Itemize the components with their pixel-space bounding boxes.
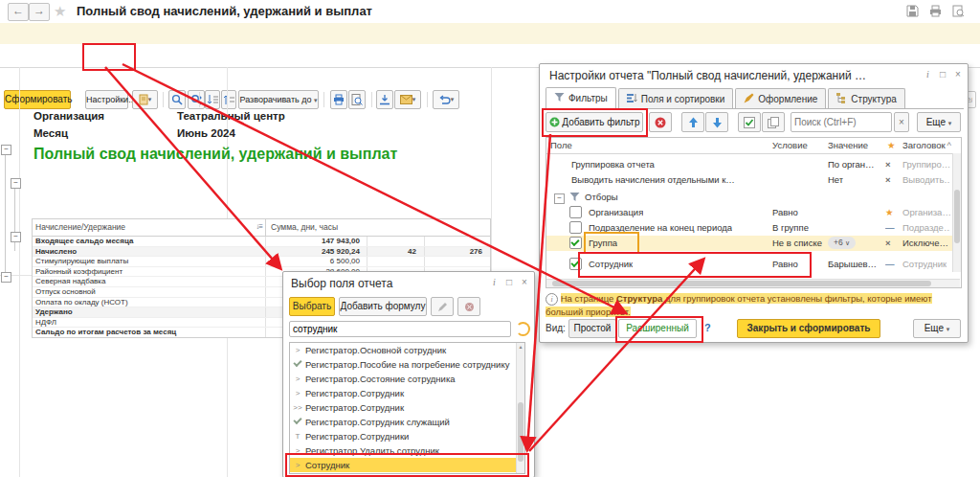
tab-appearance[interactable]: Оформление xyxy=(735,88,826,108)
delete-icon xyxy=(655,117,666,128)
more-menu-icon[interactable]: i xyxy=(493,277,496,287)
filter-group-row[interactable]: −Отборы xyxy=(546,190,952,205)
x-flag-icon[interactable]: × xyxy=(885,238,891,248)
loading-spinner-icon xyxy=(516,322,530,336)
group-expander-icon[interactable]: − xyxy=(11,232,21,242)
report-cell: Входящее сальдо месяца xyxy=(33,237,266,246)
settings-filter-row[interactable]: СотрудникРавноБарышев…—Сотрудник xyxy=(546,257,952,272)
clear-button[interactable] xyxy=(457,297,480,316)
settings-tabs: ФильтрыПоля и сортировкиОформлениеСтрукт… xyxy=(546,87,964,109)
field-search-input[interactable] xyxy=(289,321,511,337)
more-menu-icon[interactable]: i xyxy=(926,69,929,80)
close-icon[interactable]: × xyxy=(522,277,527,287)
print-icon[interactable] xyxy=(929,5,942,17)
collapse-expander-icon[interactable]: − xyxy=(554,192,565,204)
settings-filter-row[interactable]: Выводить начисления отдельными к…Нет×Выв… xyxy=(546,172,952,188)
report-table-header: Начисление/Удержание↓≡ Сумма, дни, часы xyxy=(33,219,490,237)
edit-button[interactable] xyxy=(431,297,454,316)
clear-search-icon[interactable]: × xyxy=(894,112,909,132)
field-item-label: Регистратор.Удалить сотрудник xyxy=(305,445,439,456)
checkmark-icon xyxy=(290,418,305,426)
dash-flag-icon[interactable]: — xyxy=(885,222,895,233)
filters-table-header: Поле Условие Значение ★ Заголовок ^ xyxy=(546,138,961,154)
filter-field-label: Группировка отчета xyxy=(571,159,655,170)
report-row[interactable]: Стимулирующие выплаты6 500,00 xyxy=(33,257,490,267)
expand-icon: T xyxy=(290,432,305,441)
tab-fields-sort[interactable]: Поля и сортировки xyxy=(618,88,734,108)
add-filter-button[interactable]: Добавить фильтр xyxy=(546,112,643,132)
field-list-item[interactable]: Регистратор.Сотрудник служащий xyxy=(290,415,524,429)
filter-search-box: × xyxy=(791,112,909,132)
report-row[interactable]: Входящее сальдо месяца147 943,00 xyxy=(33,237,490,247)
favorite-star-icon[interactable]: ★ xyxy=(54,3,66,20)
help-link[interactable]: ? xyxy=(704,322,711,333)
arrow-down-icon xyxy=(712,117,723,128)
group-expander-icon[interactable]: − xyxy=(1,272,11,283)
maximize-icon[interactable]: □ xyxy=(506,277,512,287)
close-and-generate-button[interactable]: Закрыть и сформировать xyxy=(737,319,880,338)
print-preview-icon[interactable] xyxy=(952,5,965,17)
tab-filters[interactable]: Фильтры xyxy=(546,87,616,108)
month-label: Месяц xyxy=(33,127,68,139)
settings-warning: i На странице Структура для группировок … xyxy=(546,292,963,319)
delete-filter-button[interactable] xyxy=(649,112,672,132)
filter-value: По орган… xyxy=(828,159,875,170)
settings-filter-row[interactable]: Группировка отчетаПо орган…×Группиро… xyxy=(546,157,952,172)
field-list-item[interactable]: >Регистратор.Основной сотрудник xyxy=(290,343,524,357)
settings-filter-row[interactable]: ГруппаНе в списке+6 ∨×Исключе… xyxy=(546,236,952,251)
uncheck-all-button[interactable] xyxy=(762,112,785,132)
field-list-item[interactable]: >>Регистратор.Сотрудник xyxy=(290,400,524,415)
add-formula-button[interactable]: Добавить формулу xyxy=(339,297,427,316)
filter-search-input[interactable] xyxy=(791,112,892,132)
dialog-title: Настройки отчета "Полный свод начислений… xyxy=(549,69,866,82)
filter-value: +6 ∨ xyxy=(828,237,856,249)
horizontal-scrollbar[interactable] xyxy=(546,279,960,287)
field-list-item[interactable]: >Регистратор.Сотрудник xyxy=(290,386,524,400)
filter-condition: В группе xyxy=(772,222,809,233)
report-row[interactable]: Начислено245 920,2442276 xyxy=(33,247,490,258)
maximize-icon[interactable]: □ xyxy=(940,69,946,80)
sort-icon[interactable]: ↓≡ xyxy=(256,222,262,231)
scrollbar[interactable]: ▴ xyxy=(516,343,524,473)
dash-flag-icon[interactable]: — xyxy=(885,259,895,269)
advanced-view-button[interactable]: Расширенный xyxy=(618,319,697,338)
filter-header-cell: Группиро… xyxy=(902,159,950,170)
filter-checkbox[interactable] xyxy=(569,221,582,234)
settings-filter-row[interactable]: Подразделение на конец периодаВ группе—П… xyxy=(546,220,952,236)
move-up-button[interactable] xyxy=(681,112,704,132)
filter-checkbox[interactable] xyxy=(569,206,582,218)
select-button[interactable]: Выбрать xyxy=(289,297,335,316)
report-cell: 245 920,24 xyxy=(266,247,368,257)
group-expander-icon[interactable]: − xyxy=(11,178,21,189)
back-button[interactable]: ← xyxy=(8,3,29,21)
close-icon[interactable]: × xyxy=(955,69,961,80)
field-list-item[interactable]: >Регистратор.Удалить сотрудник xyxy=(290,443,524,458)
group-expander-icon[interactable]: − xyxy=(1,145,11,155)
filter-checkbox[interactable] xyxy=(569,258,582,270)
x-flag-icon[interactable]: × xyxy=(885,174,891,185)
field-list-item[interactable]: Регистратор.Пособие на погребение сотруд… xyxy=(290,357,524,372)
field-list-item[interactable]: TРегистратор.Сотрудники xyxy=(290,429,524,443)
star-flag-icon[interactable]: ★ xyxy=(885,207,894,217)
tab-structure[interactable]: Структура xyxy=(828,88,904,108)
report-cell xyxy=(368,257,425,266)
field-list-item[interactable]: >Регистратор.Состояние сотрудника xyxy=(290,372,524,386)
footer-more-button[interactable]: Еще ▾ xyxy=(913,319,961,338)
filter-field-label: Сотрудник xyxy=(589,259,633,269)
more-button[interactable]: Еще ▾ xyxy=(917,112,961,132)
vertical-scrollbar[interactable] xyxy=(952,153,961,272)
period-bar: 01.06.2024 – 30.06.2024 ... Организация:… xyxy=(0,23,980,44)
filter-checkbox[interactable] xyxy=(569,237,582,249)
check-all-button[interactable] xyxy=(738,112,761,132)
save-icon[interactable] xyxy=(906,5,919,17)
settings-filter-row[interactable]: ОрганизацияРавно★Организа… xyxy=(546,205,952,220)
x-flag-icon[interactable]: × xyxy=(885,159,891,170)
forward-button[interactable]: → xyxy=(29,3,50,21)
report-cell xyxy=(425,257,490,266)
report-cell: 6 500,00 xyxy=(266,257,368,266)
simple-view-button[interactable]: Простой xyxy=(568,319,616,338)
move-down-button[interactable] xyxy=(705,112,728,132)
field-item-label: Регистратор.Сотрудники xyxy=(305,431,409,442)
report-cell: Сальдо по итогам расчетов за месяц xyxy=(33,328,266,337)
field-list-item[interactable]: >Сотрудник xyxy=(290,458,524,472)
